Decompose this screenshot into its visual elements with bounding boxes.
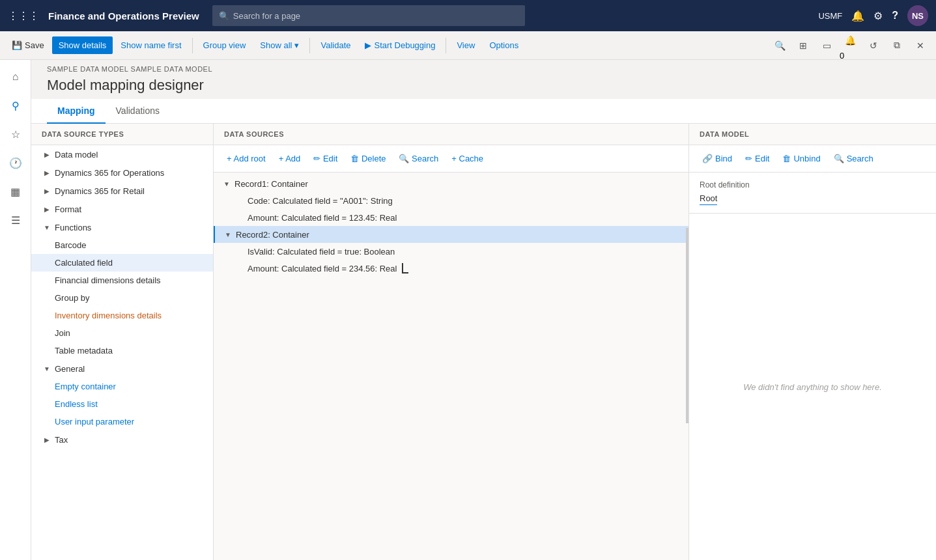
tree-item-endless-list[interactable]: Endless list [31, 395, 213, 413]
bind-icon: 🔗 [702, 154, 713, 163]
tree-item-data-model[interactable]: ▶ Data model [31, 145, 213, 163]
resize-handle[interactable] [686, 228, 688, 423]
ds-item-record2[interactable]: ▼ Record2: Container [214, 226, 688, 243]
save-icon: 💾 [12, 40, 22, 50]
tree-item-label: Endless list [55, 399, 203, 409]
cache-button[interactable]: + Cache [446, 150, 489, 167]
close-icon[interactable]: ✕ [910, 35, 931, 56]
tree-item-tax[interactable]: ▶ Tax [31, 430, 213, 449]
dm-edit-button[interactable]: ✏ Edit [740, 150, 774, 167]
gear-icon[interactable]: ⚙ [873, 10, 883, 22]
user-avatar[interactable]: NS [907, 5, 928, 26]
search-ds-button[interactable]: 🔍 Search [393, 150, 444, 167]
edit-button[interactable]: ✏ Edit [308, 150, 343, 167]
show-all-button[interactable]: Show all ▾ [253, 36, 305, 54]
add-button[interactable]: + Add [274, 150, 306, 167]
expand-icon: ▶ [42, 167, 52, 178]
tree-item-label: Barcode [55, 240, 203, 250]
tree-item-label: Empty container [55, 382, 203, 391]
tree-item-empty-container[interactable]: Empty container [31, 378, 213, 395]
panel-icon[interactable]: ▭ [816, 35, 837, 56]
tree-item-table-metadata[interactable]: Table metadata [31, 342, 213, 359]
separator-3 [446, 38, 446, 53]
bind-button[interactable]: 🔗 Bind [697, 150, 737, 167]
top-search-icon: 🔍 [219, 11, 229, 21]
tree-item-label: Calculated field [55, 258, 203, 268]
sidebar-star-icon[interactable]: ☆ [4, 122, 27, 146]
bell-icon[interactable]: 🔔 [851, 10, 864, 22]
help-icon[interactable]: ? [892, 10, 898, 21]
main-toolbar: 💾 Save Show details Show name first Grou… [0, 31, 936, 60]
tree-item-join[interactable]: Join [31, 324, 213, 342]
validate-button[interactable]: Validate [314, 36, 357, 54]
sidebar-clock-icon[interactable]: 🕐 [4, 151, 27, 175]
main-layout: ⌂ ⚲ ☆ 🕐 ▦ ☰ SAMPLE DATA MODEL SAMPLE DAT… [0, 60, 936, 560]
empty-message: We didn't find anything to show here. [689, 214, 936, 560]
tree-item-label: User input parameter [55, 417, 203, 427]
tree-item-barcode[interactable]: Barcode [31, 236, 213, 254]
top-search-input[interactable] [233, 11, 518, 21]
search-ds-label: 🔍 Search [399, 154, 438, 163]
grid-icon[interactable]: ⊞ [793, 35, 814, 56]
tree-item-label: Functions [55, 223, 203, 232]
group-view-button[interactable]: Group view [197, 36, 253, 54]
tree-item-calculated-field[interactable]: Calculated field [31, 254, 213, 272]
sidebar-filter-icon[interactable]: ⚲ [4, 94, 27, 117]
unbind-button[interactable]: 🗑 Unbind [777, 150, 825, 167]
sidebar-table-icon[interactable]: ▦ [4, 180, 27, 203]
left-sidebar: ⌂ ⚲ ☆ 🕐 ▦ ☰ [0, 60, 31, 560]
view-button[interactable]: View [450, 36, 481, 54]
ds-item-amount2[interactable]: Amount: Calculated field = 234.56: Real [214, 260, 688, 277]
show-details-button[interactable]: Show details [52, 36, 113, 54]
add-root-button[interactable]: + Add root [221, 150, 271, 167]
root-definition-section: Root definition Root [689, 173, 936, 214]
options-label: Options [489, 40, 518, 50]
app-grid-icon[interactable]: ⋮⋮⋮ [8, 10, 39, 22]
top-search-bar[interactable]: 🔍 [212, 5, 525, 26]
start-debugging-label: Start Debugging [374, 40, 435, 50]
start-debugging-button[interactable]: ▶ Start Debugging [358, 36, 442, 54]
right-panel: DATA MODEL 🔗 Bind ✏ Edit 🗑 Unbind [688, 124, 936, 560]
tree-item-label: Format [55, 204, 203, 214]
ds-item-code[interactable]: Code: Calculated field = "A001": String [214, 192, 688, 209]
tabs-bar: Mapping Validations [31, 99, 936, 124]
tree-item-label: General [55, 364, 203, 374]
tree-item-format[interactable]: ▶ Format [31, 200, 213, 218]
notification-icon[interactable]: 🔔 [840, 30, 860, 51]
expand-icon [234, 246, 245, 257]
tree-item-group-by[interactable]: Group by [31, 289, 213, 307]
ds-item-amount1[interactable]: Amount: Calculated field = 123.45: Real [214, 209, 688, 226]
tree-item-functions[interactable]: ▼ Functions [31, 218, 213, 236]
tree-item-label: Data model [55, 150, 203, 160]
open-external-icon[interactable]: ⧉ [886, 35, 907, 56]
dm-search-button[interactable]: 🔍 Search [829, 150, 879, 167]
tab-mapping[interactable]: Mapping [47, 99, 106, 124]
dm-search-label: Search [847, 154, 873, 163]
search-toolbar-icon[interactable]: 🔍 [769, 35, 790, 56]
refresh-icon[interactable]: ↺ [863, 35, 884, 56]
middle-panel: DATA SOURCES + Add root + Add ✏ Edit 🗑 D… [214, 124, 688, 560]
usmf-label: USMF [818, 11, 842, 21]
options-button[interactable]: Options [483, 36, 525, 54]
validate-label: Validate [320, 40, 350, 50]
delete-button[interactable]: 🗑 Delete [345, 150, 391, 167]
tree-item-inventory-dimensions[interactable]: Inventory dimensions details [31, 307, 213, 324]
debug-icon: ▶ [365, 40, 371, 50]
sidebar-list-icon[interactable]: ☰ [4, 208, 27, 232]
sidebar-home-icon[interactable]: ⌂ [4, 65, 27, 89]
tree-item-general[interactable]: ▼ General [31, 359, 213, 378]
ds-item-record1[interactable]: ▼ Record1: Container [214, 175, 688, 192]
top-right-icons: USMF 🔔 ⚙ ? NS [818, 5, 928, 26]
split-pane: DATA SOURCE TYPES ▶ Data model ▶ Dynamic… [31, 124, 936, 560]
cursor-icon [402, 263, 408, 273]
show-name-first-button[interactable]: Show name first [114, 36, 188, 54]
tree-item-financial-dimensions[interactable]: Financial dimensions details [31, 272, 213, 289]
ds-item-isvalid[interactable]: IsValid: Calculated field = true: Boolea… [214, 243, 688, 260]
cache-label: + Cache [451, 154, 483, 163]
tab-validations[interactable]: Validations [106, 99, 170, 124]
tree-item-user-input-param[interactable]: User input parameter [31, 413, 213, 430]
tree-item-d365-operations[interactable]: ▶ Dynamics 365 for Operations [31, 163, 213, 182]
tree-item-d365-retail[interactable]: ▶ Dynamics 365 for Retail [31, 182, 213, 200]
tree-item-label: Join [55, 328, 203, 338]
save-button[interactable]: 💾 Save [5, 36, 51, 54]
